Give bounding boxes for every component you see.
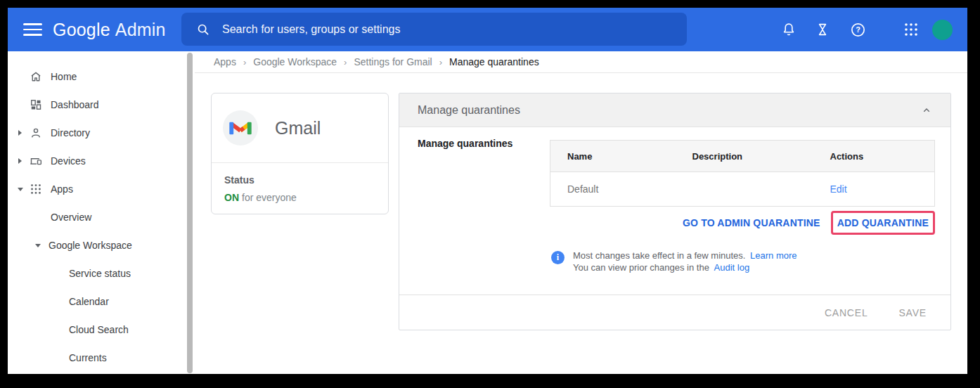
sidebar-item-overview[interactable]: Overview — [8, 203, 187, 231]
sidebar-item-apps[interactable]: Apps — [8, 175, 187, 203]
edit-link[interactable]: Edit — [830, 183, 847, 195]
sidebar-item-devices[interactable]: Devices — [8, 147, 187, 175]
sidebar-item-dashboard[interactable]: Dashboard — [8, 91, 187, 119]
left-navigation: Home Dashboard Directory — [8, 51, 187, 374]
expand-right-icon[interactable] — [13, 158, 27, 164]
annotation-highlight-box: ADD QUARANTINE — [831, 211, 935, 235]
logo-admin-text: Admin — [115, 20, 166, 40]
manage-quarantines-card: Manage quarantines Manage quarantines Na… — [399, 93, 951, 330]
card-title: Manage quarantines — [418, 104, 520, 117]
quarantine-description-cell — [676, 172, 813, 207]
gmail-app-name: Gmail — [275, 118, 321, 138]
info-note: i Most changes take effect in a few minu… — [551, 250, 797, 273]
sidebar-item-home[interactable]: Home — [8, 63, 187, 91]
gmail-app-card: Gmail Status ONfor everyone — [211, 93, 389, 214]
breadcrumb-separator: › — [243, 57, 246, 67]
info-line-1: Most changes take effect in a few minute… — [573, 250, 797, 261]
breadcrumb-separator: › — [344, 57, 347, 67]
status-value: ONfor everyone — [224, 192, 388, 203]
dashboard-icon — [29, 98, 43, 112]
search-icon — [195, 22, 211, 37]
learn-more-link[interactable]: Learn more — [750, 250, 797, 261]
table-header-row: Name Description Actions — [550, 141, 935, 172]
collapse-down-icon[interactable] — [13, 188, 27, 191]
sidebar-label: Service status — [69, 268, 131, 279]
sidebar-item-service-status[interactable]: Service status — [8, 259, 187, 287]
search-input[interactable] — [222, 23, 644, 36]
account-avatar[interactable] — [932, 20, 953, 40]
menu-icon[interactable] — [23, 21, 42, 38]
gmail-logo-icon — [223, 110, 258, 146]
devices-icon — [29, 154, 43, 168]
save-button[interactable]: SAVE — [898, 307, 927, 318]
search-bar[interactable] — [181, 13, 687, 46]
sidebar-label: Home — [51, 71, 77, 82]
quarantines-table: Name Description Actions Default Edit — [550, 140, 935, 207]
sidebar-label: Dashboard — [51, 99, 99, 110]
google-admin-logo: Google Admin — [53, 8, 166, 51]
hourglass-pending-tasks-icon[interactable] — [808, 15, 837, 44]
column-header-actions: Actions — [813, 141, 935, 172]
notifications-bell-icon[interactable] — [775, 15, 803, 44]
google-apps-grid-icon[interactable] — [897, 15, 925, 44]
breadcrumb-google-workspace[interactable]: Google Workspace — [253, 56, 337, 67]
sidebar-label: Currents — [69, 352, 107, 363]
info-icon: i — [551, 251, 565, 264]
home-icon — [29, 70, 43, 84]
sidebar-label: Apps — [51, 183, 73, 195]
sidebar-item-calendar[interactable]: Calendar — [8, 287, 187, 316]
setting-name-label: Manage quarantines — [418, 138, 512, 149]
column-header-description: Description — [676, 141, 813, 172]
expand-right-icon[interactable] — [13, 130, 27, 136]
add-quarantine-button[interactable]: ADD QUARANTINE — [837, 217, 929, 228]
sidebar-label: Directory — [51, 127, 90, 138]
logo-google-text: Google — [53, 20, 110, 40]
chevron-up-icon[interactable] — [917, 101, 936, 120]
breadcrumb-current: Manage quarantines — [449, 56, 539, 67]
breadcrumb-apps[interactable]: Apps — [214, 56, 236, 67]
sidebar-label: Cloud Search — [69, 324, 129, 335]
apps-grid-icon — [29, 182, 43, 196]
quarantine-actions-row: GO TO ADMIN QUARANTINE ADD QUARANTINE — [399, 211, 950, 235]
gmail-card-header: Gmail — [212, 93, 388, 163]
breadcrumb: Apps › Google Workspace › Settings for G… — [195, 51, 967, 73]
sidebar-item-directory[interactable]: Directory — [8, 119, 187, 147]
status-label: Status — [224, 174, 388, 186]
table-row: Default Edit — [550, 172, 935, 207]
gmail-status-block: Status ONfor everyone — [212, 163, 388, 203]
sidebar-label: Devices — [51, 155, 86, 167]
breadcrumb-separator: › — [439, 57, 442, 67]
audit-log-link[interactable]: Audit log — [714, 262, 750, 273]
admin-console-window: Google Admin — [8, 8, 967, 374]
status-on-badge: ON — [224, 192, 239, 203]
card-footer: CANCEL SAVE — [399, 295, 950, 330]
sidebar-item-google-workspace[interactable]: Google Workspace — [8, 231, 187, 259]
sidebar-item-currents[interactable]: Currents — [8, 344, 187, 372]
status-scope: for everyone — [242, 192, 297, 203]
breadcrumb-settings-for-gmail[interactable]: Settings for Gmail — [354, 56, 432, 67]
top-app-bar: Google Admin — [8, 8, 967, 51]
go-to-admin-quarantine-button[interactable]: GO TO ADMIN QUARANTINE — [683, 217, 820, 228]
collapse-down-icon[interactable] — [32, 244, 43, 247]
sidebar-label: Calendar — [69, 296, 109, 307]
column-header-name: Name — [550, 141, 676, 172]
sidebar-label: Overview — [51, 212, 91, 223]
help-icon[interactable]: ? — [844, 15, 872, 44]
svg-text:?: ? — [856, 25, 860, 34]
card-header[interactable]: Manage quarantines — [399, 93, 950, 127]
person-icon — [29, 126, 43, 140]
quarantine-name-cell: Default — [550, 172, 676, 207]
sidebar-scrollbar[interactable] — [187, 53, 193, 373]
sidebar-item-cloud-search[interactable]: Cloud Search — [8, 316, 187, 344]
cancel-button[interactable]: CANCEL — [825, 307, 868, 318]
topbar-actions: ? — [775, 8, 967, 51]
info-line-2: You can view prior changes in the Audit … — [573, 261, 797, 273]
sidebar-label: Google Workspace — [49, 240, 132, 251]
